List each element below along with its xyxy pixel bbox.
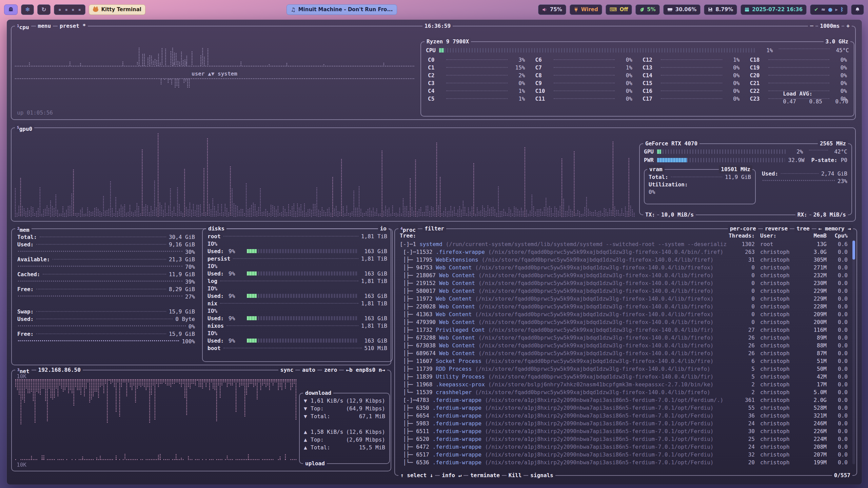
tray-check-icon[interactable]: ✔ xyxy=(814,6,818,13)
process-row[interactable]: │├─ 580017Web Content(/nix/store/fqadd0b… xyxy=(400,287,848,295)
process-row[interactable]: │├─ 11968.keepassxc-prox(/nix/store/bslp… xyxy=(400,381,848,388)
header-threads[interactable]: Threads: xyxy=(726,232,755,240)
upload-row: ▲Top:(2,69 Mibps) xyxy=(304,436,385,444)
core-name: C20 xyxy=(750,72,766,79)
process-row[interactable]: │├─ 218067Web Content(/nix/store/fqadd0b… xyxy=(400,271,848,279)
workspace-icon[interactable]: ▪ xyxy=(72,7,74,12)
process-user: christoph xyxy=(755,334,800,342)
notifications-module[interactable] xyxy=(851,4,864,15)
active-window-module[interactable]: Kitty Terminal xyxy=(89,4,145,15)
leader-dots xyxy=(661,90,722,91)
process-cpu: 0.0 xyxy=(827,295,848,303)
process-row[interactable]: │├─ 479390Web Content(/nix/store/fqadd0b… xyxy=(400,318,848,326)
process-command: (/nix/store/fqadd0bprwc5yw5k99xajbdqd1dz… xyxy=(488,373,726,381)
interval-decrease-button[interactable]: ─ xyxy=(808,22,815,30)
header-cpu[interactable]: Cpu% xyxy=(827,232,848,240)
filter-button[interactable]: filter xyxy=(422,225,446,232)
process-name: Web Content xyxy=(439,342,475,349)
proc-toggle-tree[interactable]: tree xyxy=(794,225,812,232)
gpu-panel-title[interactable]: 5gpu0 xyxy=(15,124,34,131)
process-row[interactable]: │├─ 219152Web Content(/nix/store/fqadd0b… xyxy=(400,279,848,287)
interval-increase-button[interactable]: + xyxy=(844,22,852,30)
process-row[interactable]: [-]─4783.ferdium-wrappe(/nix/store/a1pj8… xyxy=(400,396,848,404)
process-row[interactable]: │├─ 673288Web Content(/nix/store/fqadd0b… xyxy=(400,334,848,342)
memory-panel-title[interactable]: 2mem xyxy=(15,225,32,232)
process-row[interactable]: │├─ 220028Web Content(/nix/store/fqadd0b… xyxy=(400,303,848,310)
net-button-auto[interactable]: auto xyxy=(300,366,317,374)
mem-stat-value: 15,9 GiB xyxy=(169,330,195,338)
disk-name-row: persist1,81 TiB xyxy=(208,255,387,262)
tray-expand-icon[interactable]: ▸ xyxy=(835,6,838,13)
nixos-module[interactable]: ❄ xyxy=(21,4,34,15)
process-row[interactable]: │├─ 6517.ferdium-wrappe(/nix/store/a1pj8… xyxy=(400,451,848,459)
process-row[interactable]: │├─ 6350.ferdium-wrappe(/nix/store/a1pj8… xyxy=(400,404,848,412)
gpu-pstate-label: P-state: xyxy=(811,156,837,164)
cpu-panel-title[interactable]: 1cpu xyxy=(15,22,31,30)
disks-io-toggle[interactable]: io xyxy=(378,225,389,232)
process-row[interactable]: │├─ 94753Web Content(/nix/store/fqadd0bp… xyxy=(400,264,848,271)
tray-bluetooth-icon[interactable]: ᛒ xyxy=(841,6,844,13)
workspace-module[interactable]: ▪ ▪ ▪ ▪ xyxy=(54,4,86,15)
disk-module[interactable]: 8.79% xyxy=(704,4,737,15)
disks-panel-title[interactable]: disks xyxy=(206,225,226,232)
proc-footer-action-4[interactable]: signals xyxy=(528,471,555,479)
preset-button[interactable]: preset * xyxy=(58,22,88,30)
proc-sort-selector[interactable]: ← memory → xyxy=(816,225,853,232)
process-row[interactable]: │├─ 11739RDD Process(/nix/store/fqadd0bp… xyxy=(400,365,848,373)
process-scrollbar[interactable] xyxy=(852,240,855,464)
leader-dots xyxy=(446,75,508,76)
clock-module[interactable]: 2025-07-22 16:36 xyxy=(741,4,807,15)
process-row[interactable]: │├─ 11732Privileged Cont(/nix/store/fqad… xyxy=(400,326,848,334)
process-row[interactable]: │├─ 689674Web Content(/nix/store/fqadd0b… xyxy=(400,349,848,357)
process-row[interactable]: │├─ 6511.ferdium-wrappe(/nix/store/a1pj8… xyxy=(400,427,848,435)
refresh-module[interactable]: ↻ xyxy=(37,4,50,15)
proc-toggle-per-core[interactable]: per-core xyxy=(728,225,758,232)
process-row[interactable]: │├─ 11972Web Content(/nix/store/fqadd0bp… xyxy=(400,295,848,303)
process-panel-title[interactable]: 4proc xyxy=(398,225,418,232)
eco-module[interactable]: 5% xyxy=(635,4,659,15)
process-row[interactable]: │├─ 6472.ferdium-wrappe(/nix/store/a1pj8… xyxy=(400,443,848,451)
process-row[interactable]: │├─ 11795WebExtensions(/nix/store/fqadd0… xyxy=(400,256,848,264)
process-mem: 232M xyxy=(800,271,827,279)
system-tray[interactable]: ✔ ≈ ● ▸ ᛒ xyxy=(810,4,848,15)
net-button-zero[interactable]: zero xyxy=(322,366,339,374)
net-button-sync[interactable]: sync xyxy=(278,366,296,374)
music-module[interactable]: ♫ Minuit Machine - Don't Run Fro... xyxy=(287,4,397,15)
process-row[interactable]: [-]─11532.firefox-wrappe(/nix/store/fqad… xyxy=(400,248,848,256)
network-module[interactable]: Wired xyxy=(570,4,602,15)
process-row[interactable]: [-]─1systemd(/run/current-system/systemd… xyxy=(400,240,848,248)
process-row[interactable]: │├─ 11607Socket Process(/nix/store/fqadd… xyxy=(400,357,848,365)
memory-module[interactable]: 30.06% xyxy=(663,4,701,15)
process-row[interactable]: │├─ 673038Web Content(/nix/store/fqadd0b… xyxy=(400,342,848,349)
process-row[interactable]: │├─ 6520.ferdium-wrappe(/nix/store/a1pj8… xyxy=(400,435,848,443)
workspace-icon[interactable]: ▪ xyxy=(65,7,67,12)
process-cpu: 0.0 xyxy=(827,459,848,466)
workspace-icon[interactable]: ▪ xyxy=(59,7,61,12)
proc-footer-action-0[interactable]: ↑ select ↓ xyxy=(398,471,435,479)
header-mem[interactable]: MemB xyxy=(800,232,827,240)
process-row[interactable]: │└─ 11539crashhelper(/nix/store/fqadd0bp… xyxy=(400,388,848,396)
process-row[interactable]: │├─ 5983.ferdium-wrappe(/nix/store/a1pj8… xyxy=(400,420,848,427)
workspace-icon[interactable]: ▪ xyxy=(78,7,81,12)
launcher-button[interactable] xyxy=(4,4,18,15)
process-row[interactable]: │├─ 41363Web Content(/nix/store/fqadd0bp… xyxy=(400,310,848,318)
net-interface-switcher[interactable]: ←b enp8s0 n→ xyxy=(344,366,387,374)
cpu-core-row: C30% xyxy=(428,79,525,87)
proc-toggle-reverse[interactable]: reverse xyxy=(763,225,790,232)
tree-prefix: │├─ 11739 xyxy=(400,365,432,373)
tree-prefix: │├─ 11968 xyxy=(400,381,432,388)
proc-footer-action-3[interactable]: Kill xyxy=(507,471,524,479)
proc-footer-action-1[interactable]: info ↵ xyxy=(440,471,463,479)
process-scrollbar-thumb[interactable] xyxy=(852,241,855,260)
proc-footer-action-2[interactable]: terminate xyxy=(468,471,502,479)
process-row[interactable]: │├─ 11839Utility Process(/nix/store/fqad… xyxy=(400,373,848,381)
menu-button[interactable]: menu xyxy=(36,22,53,30)
header-user[interactable]: User: xyxy=(755,232,800,240)
process-row[interactable]: │├─ 6654.ferdium-wrappe(/nix/store/a1pj8… xyxy=(400,412,848,420)
tray-wave-icon[interactable]: ≈ xyxy=(821,6,826,13)
keyboard-module[interactable]: ⌨ Off xyxy=(606,4,632,15)
tray-status-dot-icon[interactable]: ● xyxy=(828,6,832,13)
volume-module[interactable]: 75% xyxy=(538,4,566,15)
process-row[interactable]: │└─ 6536.ferdium-wrappe(/nix/store/a1pj8… xyxy=(400,459,848,466)
process-user: root xyxy=(755,240,800,248)
